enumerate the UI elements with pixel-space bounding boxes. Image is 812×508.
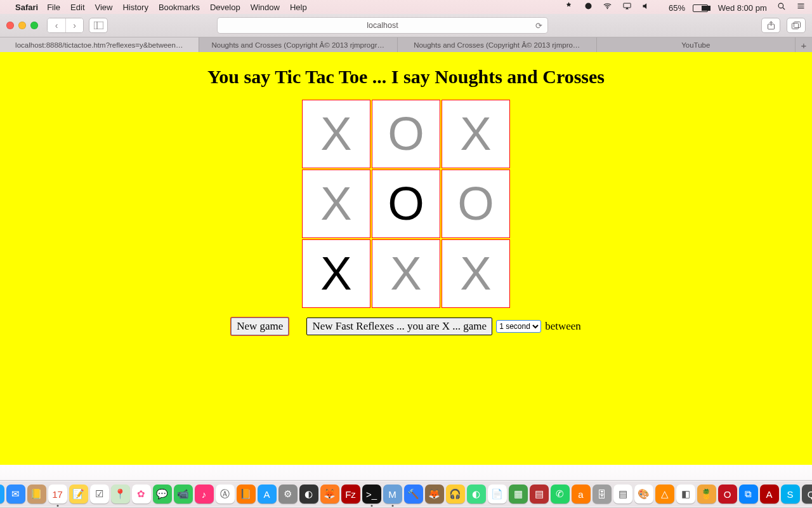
- menu-view[interactable]: View: [95, 3, 113, 12]
- wifi-icon[interactable]: [603, 1, 612, 11]
- menu-edit[interactable]: Edit: [70, 3, 84, 12]
- interval-select[interactable]: 1 second: [496, 320, 541, 333]
- dock-app-utility[interactable]: 🗄: [593, 485, 612, 504]
- status-icon[interactable]: [584, 1, 593, 11]
- dock-app-prefs[interactable]: ⚙︎: [278, 485, 298, 504]
- close-window[interactable]: [6, 22, 14, 29]
- dock-app-firefox[interactable]: 🦊: [320, 485, 339, 504]
- browser-tab[interactable]: Noughts and Crosses (Copyright Â© 2013 r…: [199, 37, 398, 53]
- dock-app-quicktime[interactable]: Q: [802, 485, 813, 504]
- address-text: localhost: [367, 21, 398, 30]
- dock-app-mas[interactable]: Ⓐ: [216, 485, 235, 504]
- page-title: You say Tic Tac Toe ... I say Noughts an…: [0, 66, 812, 88]
- address-bar[interactable]: localhost ⟳: [217, 17, 548, 34]
- dock-app-messages[interactable]: 💬: [153, 485, 172, 504]
- dock-app-notes[interactable]: 📝: [69, 485, 88, 504]
- dock-app-avast[interactable]: a: [572, 485, 591, 504]
- app-name[interactable]: Safari: [15, 3, 38, 12]
- board-cell-0-2[interactable]: X: [442, 100, 510, 168]
- dock-app-itunes[interactable]: ♪: [195, 485, 214, 504]
- svg-line-4: [783, 8, 785, 10]
- browser-tab[interactable]: localhost:8888/tictactoe.htm?reflexes=y&…: [0, 37, 199, 53]
- forward-button[interactable]: ›: [65, 18, 83, 32]
- dock-app-gimp[interactable]: 🦊: [425, 485, 444, 504]
- board-cell-1-2[interactable]: O: [442, 170, 510, 238]
- menubar-menus: FileEditViewHistoryBookmarksDevelopWindo…: [47, 3, 317, 12]
- clock[interactable]: Wed 8:00 pm: [718, 3, 767, 13]
- tab-label: Noughts and Crosses (Copyright Â© 2013 r…: [414, 41, 580, 49]
- dock-app-calendar[interactable]: 17: [48, 485, 67, 504]
- minimize-window[interactable]: [18, 22, 26, 29]
- dock-app-facetime[interactable]: 📹: [174, 485, 193, 504]
- dock: 🙂◯🚀🧭✉︎📒17📝☑︎📍✿💬📹♪Ⓐ📙A⚙︎◐🦊Fz>_M🔨🦊🎧◐📄▦▤✆a🗄▤…: [0, 480, 812, 508]
- dock-app-ibooks[interactable]: 📙: [237, 485, 256, 504]
- dock-app-impress[interactable]: ▤: [530, 485, 549, 504]
- new-game-button[interactable]: New game: [231, 318, 289, 335]
- battery-icon: [693, 4, 708, 12]
- dock-app-ms2[interactable]: ◧: [676, 485, 695, 504]
- fullscreen-window[interactable]: [30, 22, 38, 29]
- new-fast-reflexes-button[interactable]: New Fast Reflexes ... you are X ... game: [306, 318, 492, 335]
- board-cell-2-2[interactable]: X: [442, 239, 510, 308]
- dock-app-skype[interactable]: S: [781, 485, 800, 504]
- dock-app-photos[interactable]: ✿: [132, 485, 151, 504]
- dock-app-appstore[interactable]: A: [258, 485, 277, 504]
- board-cell-1-1[interactable]: O: [372, 170, 440, 238]
- svg-rect-8: [792, 23, 799, 29]
- volume-icon[interactable]: [641, 1, 651, 11]
- status-icon[interactable]: [564, 1, 573, 11]
- browser-tab[interactable]: YouTube: [597, 37, 796, 53]
- dock-app-safari[interactable]: 🧭: [0, 485, 4, 504]
- dock-app-dashboard[interactable]: ◐: [299, 485, 318, 504]
- board-cell-0-0[interactable]: X: [302, 100, 370, 168]
- menu-extras-icon[interactable]: [796, 1, 806, 11]
- airplay-icon[interactable]: [622, 1, 632, 11]
- dock-app-opera[interactable]: O: [718, 485, 737, 504]
- menu-window[interactable]: Window: [251, 3, 280, 12]
- board-cell-0-1[interactable]: O: [372, 100, 440, 168]
- back-button[interactable]: ‹: [48, 18, 65, 32]
- menu-bookmarks[interactable]: Bookmarks: [159, 3, 200, 12]
- dock-app-vlc[interactable]: △: [655, 485, 674, 504]
- svg-rect-9: [794, 22, 801, 28]
- tabs-button[interactable]: [787, 18, 806, 33]
- board-cell-1-0[interactable]: X: [302, 170, 370, 238]
- game-controls: New game New Fast Reflexes ... you are X…: [0, 318, 812, 335]
- dock-app-whatsapp[interactable]: ✆: [551, 485, 570, 504]
- menu-file[interactable]: File: [47, 3, 60, 12]
- dock-app-handbrake[interactable]: 🍍: [697, 485, 716, 504]
- dock-app-android[interactable]: ◐: [467, 485, 486, 504]
- svg-point-3: [779, 3, 784, 8]
- battery-status[interactable]: 65%: [661, 3, 708, 13]
- dock-app-filezilla[interactable]: Fz: [341, 485, 360, 504]
- dock-app-ms1[interactable]: ▤: [613, 485, 632, 504]
- spotlight-icon[interactable]: [776, 1, 786, 11]
- dock-app-maps[interactable]: 📍: [111, 485, 130, 504]
- board-cell-2-0[interactable]: X: [302, 239, 370, 308]
- menu-history[interactable]: History: [122, 3, 148, 12]
- dock-app-contacts[interactable]: 📒: [27, 485, 46, 504]
- share-button[interactable]: [761, 18, 780, 33]
- dock-app-libre[interactable]: 📄: [488, 485, 507, 504]
- new-tab-button[interactable]: +: [796, 37, 812, 53]
- dock-app-mail[interactable]: ✉︎: [6, 485, 25, 504]
- menu-help[interactable]: Help: [290, 3, 307, 12]
- menu-develop[interactable]: Develop: [210, 3, 240, 12]
- reload-icon[interactable]: ⟳: [535, 21, 542, 30]
- dock-app-acrobat[interactable]: A: [760, 485, 779, 504]
- board-cell-2-1[interactable]: X: [372, 239, 440, 308]
- game-board: XOXXOOXXX: [301, 99, 511, 309]
- dock-app-paint[interactable]: 🎨: [634, 485, 653, 504]
- interval-suffix: between: [545, 320, 581, 333]
- dock-app-audacity[interactable]: 🎧: [446, 485, 465, 504]
- svg-rect-5: [94, 22, 103, 29]
- dock-app-reminders[interactable]: ☑︎: [90, 485, 109, 504]
- dock-app-xcode[interactable]: 🔨: [404, 485, 423, 504]
- dock-app-vscode[interactable]: ⧉: [739, 485, 758, 504]
- dock-app-calc[interactable]: ▦: [509, 485, 528, 504]
- dock-app-mamp[interactable]: M: [383, 485, 402, 504]
- dock-app-terminal[interactable]: >_: [362, 485, 381, 504]
- browser-tab[interactable]: Noughts and Crosses (Copyright Â© 2013 r…: [398, 37, 597, 53]
- svg-point-1: [607, 8, 608, 9]
- sidebar-button[interactable]: [89, 18, 108, 33]
